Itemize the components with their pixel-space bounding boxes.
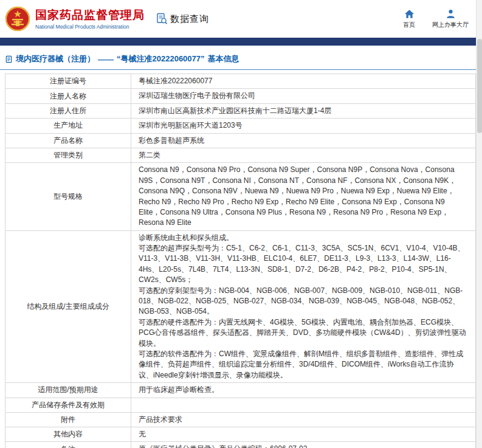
national-emblem-logo xyxy=(5,6,30,32)
row-label: 产品名称 xyxy=(5,133,131,148)
row-label: 注册人名称 xyxy=(5,89,131,103)
row-value: 诊断系统由主机和探头组成。 可选配的超声探头型号为：C5-1、C6-2、C6-1… xyxy=(131,230,476,382)
header-divider-bar xyxy=(0,38,482,46)
row-value: 用于临床超声诊断检查。 xyxy=(131,383,476,398)
registration-info-table: 注册证编号粤械注准20222060077注册人名称深圳迈瑞生物医疗电子股份有限公… xyxy=(5,74,476,448)
table-row: 附件产品技术要求 xyxy=(5,412,476,427)
site-header: 国家药品监督管理局 National Medical Products Admi… xyxy=(0,0,482,38)
table-row: 管理类别第二类 xyxy=(5,148,476,162)
row-value: 产品技术要求 xyxy=(131,412,476,427)
row-label: 产品储存条件及有效期 xyxy=(5,398,131,412)
home-icon xyxy=(404,9,415,19)
row-value: 无 xyxy=(131,427,476,441)
table-row: 产品名称彩色多普勒超声系统 xyxy=(5,133,476,148)
scrollbar-thumb[interactable] xyxy=(477,39,482,133)
page-title-prefix: 境内医疗器械（注册） xyxy=(16,53,95,64)
row-label: 管理类别 xyxy=(5,148,131,162)
table-row: 产品储存条件及有效期 xyxy=(5,398,476,412)
home-link[interactable]: 首页 xyxy=(403,9,415,29)
home-link-label: 首页 xyxy=(403,21,415,29)
online-service-hall-link[interactable]: 网上办事大厅 xyxy=(432,9,469,29)
row-label: 注册人住所 xyxy=(5,103,131,118)
row-label: 适用范围/预期用途 xyxy=(5,383,131,398)
row-value: 粤械注准20222060077 xyxy=(131,74,476,89)
header-quick-links: 首页 网上办事大厅 xyxy=(403,9,469,29)
table-row: 注册人名称深圳迈瑞生物医疗电子股份有限公司 xyxy=(5,89,476,103)
scrollbar[interactable] xyxy=(476,0,482,448)
row-label: 备注 xyxy=(5,442,131,448)
agency-name-en: National Medical Products Administration xyxy=(35,24,145,30)
row-value: 彩色多普勒超声系统 xyxy=(131,133,476,148)
document-search-icon xyxy=(156,13,168,25)
table-row: 型号规格Consona N9，Consona N9 Pro，Consona N9… xyxy=(5,163,476,230)
table-row: 备注原《医疗器械分类目录》产品分类编码：6806-07-02。 xyxy=(5,442,476,448)
row-label: 结构及组成/主要组成成分 xyxy=(5,230,131,382)
page-title-suffix: 基本信息 xyxy=(208,53,239,64)
data-query-label: 数据查询 xyxy=(170,13,209,25)
table-row: 注册人住所深圳市南山区高新技术产业园区科技南十二路迈瑞大厦1-4层 xyxy=(5,103,476,118)
row-label: 注册证编号 xyxy=(5,74,131,89)
data-query-nav[interactable]: 数据查询 xyxy=(156,13,209,25)
row-value xyxy=(131,398,476,412)
person-icon xyxy=(446,9,456,19)
row-label: 其他内容 xyxy=(5,427,131,441)
row-label: 生产地址 xyxy=(5,119,131,133)
row-value: Consona N9，Consona N9 Pro，Consona N9 Sup… xyxy=(131,163,476,230)
row-value: 深圳市南山区高新技术产业园区科技南十二路迈瑞大厦1-4层 xyxy=(131,103,476,118)
agency-identity: 国家药品监督管理局 National Medical Products Admi… xyxy=(35,8,145,30)
table-row: 适用范围/预期用途用于临床超声诊断检查。 xyxy=(5,383,476,398)
page-title: 境内医疗器械（注册） —— “粤械注准20222060077” 基本信息 xyxy=(0,46,482,70)
row-label: 型号规格 xyxy=(5,163,131,230)
table-row: 生产地址深圳市光明新区南环大道1203号 xyxy=(5,119,476,133)
document-icon xyxy=(5,55,13,63)
row-value: 深圳迈瑞生物医疗电子股份有限公司 xyxy=(131,89,476,103)
row-value: 原《医疗器械分类目录》产品分类编码：6806-07-02。 xyxy=(131,442,476,448)
table-row: 注册证编号粤械注准20222060077 xyxy=(5,74,476,89)
row-value: 深圳市光明新区南环大道1203号 xyxy=(131,119,476,133)
table-row: 其他内容无 xyxy=(5,427,476,441)
agency-name-cn: 国家药品监督管理局 xyxy=(35,8,145,22)
page-title-separator: —— xyxy=(98,55,114,64)
online-service-hall-label: 网上办事大厅 xyxy=(432,21,469,29)
row-value: 第二类 xyxy=(131,148,476,162)
info-table-body: 注册证编号粤械注准20222060077注册人名称深圳迈瑞生物医疗电子股份有限公… xyxy=(5,74,476,448)
row-label: 附件 xyxy=(5,412,131,427)
page-title-number: “粤械注准20222060077” xyxy=(117,53,205,64)
table-row: 结构及组成/主要组成成分诊断系统由主机和探头组成。 可选配的超声探头型号为：C5… xyxy=(5,230,476,382)
